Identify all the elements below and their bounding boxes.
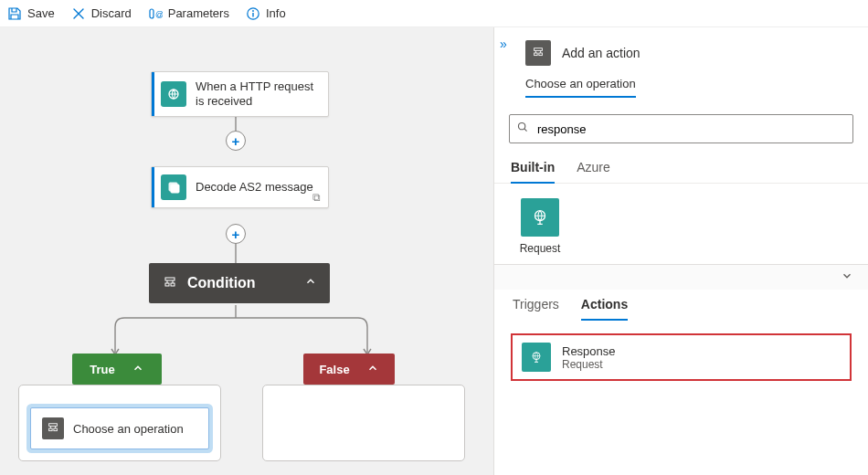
svg-point-17 xyxy=(518,122,524,129)
search-icon xyxy=(516,121,529,137)
svg-point-3 xyxy=(252,10,254,12)
true-label: True xyxy=(90,363,114,376)
discard-icon xyxy=(71,6,86,21)
request-connector-icon xyxy=(521,198,559,237)
designer-canvas[interactable]: When a HTTP request is received + Decode… xyxy=(0,27,493,475)
info-icon xyxy=(246,6,260,21)
chevron-up-icon xyxy=(304,275,317,291)
svg-rect-8 xyxy=(165,278,175,280)
result-subtitle: Request xyxy=(562,358,616,371)
chevron-up-icon xyxy=(366,362,379,377)
chevron-up-icon xyxy=(132,362,144,377)
section-divider[interactable] xyxy=(494,264,868,290)
main: When a HTTP request is received + Decode… xyxy=(0,27,868,475)
discard-button[interactable]: Discard xyxy=(71,6,132,21)
discard-label: Discard xyxy=(91,6,132,20)
search-box xyxy=(509,114,853,143)
scope-tabs: Built-in Azure xyxy=(494,154,868,184)
collapse-panel-button[interactable]: » xyxy=(500,37,507,51)
trigger-title: When a HTTP request is received xyxy=(196,79,319,110)
connector-request-label: Request xyxy=(520,242,561,255)
save-icon xyxy=(7,6,22,21)
info-button[interactable]: Info xyxy=(246,6,286,21)
action-card-decode-as2[interactable]: Decode AS2 message xyxy=(151,166,329,208)
condition-title: Condition xyxy=(187,275,256,291)
svg-rect-11 xyxy=(49,424,58,427)
tab-triggers[interactable]: Triggers xyxy=(513,290,559,321)
svg-rect-15 xyxy=(535,53,538,56)
condition-card[interactable]: Condition xyxy=(149,263,330,303)
card-accent xyxy=(152,167,154,207)
svg-rect-13 xyxy=(54,428,58,431)
panel-title: Add an action xyxy=(562,46,640,60)
condition-icon xyxy=(162,275,178,291)
false-branch-header[interactable]: False xyxy=(303,354,395,385)
svg-rect-7 xyxy=(171,185,179,193)
panel-header: Add an action xyxy=(494,27,868,75)
add-step-button-2[interactable]: + xyxy=(226,224,246,244)
operation-icon xyxy=(525,40,551,66)
add-step-button-1[interactable]: + xyxy=(226,131,246,151)
as2-icon xyxy=(161,174,186,200)
search-input[interactable] xyxy=(509,114,853,143)
parameters-icon: @ xyxy=(148,6,163,21)
parameters-label: Parameters xyxy=(168,6,229,20)
svg-rect-0 xyxy=(150,9,153,18)
svg-rect-4 xyxy=(252,13,253,17)
connector-request-tile[interactable]: Request xyxy=(513,198,567,255)
panel-subheader: Choose an operation xyxy=(494,75,868,101)
trigger-card-http-request[interactable]: When a HTTP request is received xyxy=(151,71,329,117)
parameters-button[interactable]: @ Parameters xyxy=(148,6,229,21)
chevron-down-icon xyxy=(841,269,853,286)
svg-rect-12 xyxy=(49,428,53,431)
svg-rect-10 xyxy=(171,283,175,286)
operation-icon xyxy=(42,417,64,439)
svg-rect-14 xyxy=(535,48,543,51)
operation-panel: » Add an action Choose an operation Buil… xyxy=(493,27,868,475)
choose-operation-card[interactable]: Choose an operation xyxy=(30,407,209,449)
save-button[interactable]: Save xyxy=(7,6,55,21)
choose-operation-label: Choose an operation xyxy=(73,422,184,436)
tab-builtin[interactable]: Built-in xyxy=(511,154,555,184)
tab-actions[interactable]: Actions xyxy=(581,290,628,321)
info-label: Info xyxy=(266,6,286,20)
action-result-response[interactable]: Response Request xyxy=(511,333,852,381)
toolbar: Save Discard @ Parameters Info xyxy=(0,0,868,27)
card-accent xyxy=(152,72,154,116)
false-branch-box[interactable] xyxy=(262,385,465,461)
tab-azure[interactable]: Azure xyxy=(577,154,610,183)
action-title: Decode AS2 message xyxy=(196,180,313,195)
triggers-actions-tabs: Triggers Actions xyxy=(494,290,868,321)
svg-text:@: @ xyxy=(155,10,163,19)
http-icon xyxy=(161,81,186,107)
response-action-icon xyxy=(522,343,551,372)
save-label: Save xyxy=(27,6,55,20)
svg-rect-9 xyxy=(165,283,169,286)
svg-rect-16 xyxy=(539,53,543,56)
panel-subheader-label: Choose an operation xyxy=(525,77,636,98)
result-title: Response xyxy=(562,344,616,358)
true-branch-header[interactable]: True xyxy=(72,354,162,385)
false-label: False xyxy=(319,363,349,376)
